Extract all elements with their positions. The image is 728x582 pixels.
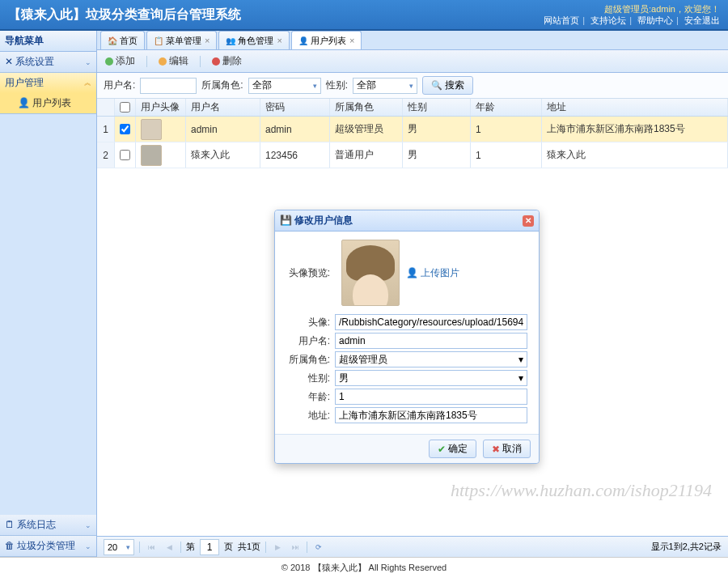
dialog-title-bar[interactable]: 💾 修改用户信息 ✕ — [275, 210, 539, 232]
chevron-down-icon: ▾ — [518, 372, 523, 384]
cancel-button[interactable]: ✖取消 — [483, 440, 531, 458]
cell-age: 1 — [471, 142, 542, 168]
home-icon: 🏠 — [108, 36, 117, 45]
add-button[interactable]: 添加 — [102, 53, 138, 70]
app-title: 【猿来入此】垃圾分类查询后台管理系统 — [8, 6, 241, 23]
row-number: 2 — [97, 142, 115, 168]
delete-button[interactable]: 删除 — [209, 53, 245, 70]
cell-sex: 男 — [403, 142, 471, 168]
page-size-combo[interactable]: 20▾ — [104, 539, 134, 555]
pager-last[interactable]: ⏭ — [289, 541, 302, 554]
page-prefix: 第 — [186, 541, 195, 553]
table-row[interactable]: 2 猿来入此 123456 普通用户 男 1 猿来入此 — [97, 142, 728, 168]
tab-menu-management[interactable]: 📋菜单管理× — [146, 31, 217, 49]
cell-username: 猿来入此 — [186, 142, 260, 168]
tab-role-management[interactable]: 👥角色管理× — [218, 31, 289, 49]
sidebar-item-garbage-category[interactable]: 🗑 垃圾分类管理 ⌄ — [0, 536, 96, 556]
row-checkbox[interactable] — [120, 124, 130, 134]
link-logout[interactable]: 安全退出 — [684, 15, 720, 25]
close-icon[interactable]: × — [277, 36, 281, 45]
username-field-label: 用户名: — [286, 334, 330, 348]
users-icon: 👥 — [226, 36, 235, 45]
col-address[interactable]: 地址 — [542, 99, 728, 116]
check-icon: ✔ — [438, 444, 446, 455]
address-input[interactable] — [335, 407, 527, 423]
col-password[interactable]: 密码 — [260, 99, 330, 116]
tab-user-list[interactable]: 👤用户列表× — [291, 31, 362, 49]
table-row[interactable]: 1 admin admin 超级管理员 男 1 上海市浦东新区浦东南路1835号 — [97, 117, 728, 142]
double-chevron-up-icon: ︽ — [84, 78, 91, 88]
cell-address: 猿来入此 — [542, 142, 728, 168]
cell-address: 上海市浦东新区浦东南路1835号 — [542, 117, 728, 142]
col-rownum — [97, 99, 115, 116]
chevron-down-icon: ⌄ — [85, 542, 91, 550]
cross-icon — [212, 57, 220, 66]
chevron-down-icon: ⌄ — [85, 58, 91, 66]
age-input[interactable] — [335, 389, 527, 405]
user-icon: 👤 — [18, 97, 30, 108]
chevron-down-icon: ▾ — [518, 354, 523, 365]
pager-summary: 显示1到2,共2记录 — [651, 541, 722, 553]
sex-label: 性别: — [326, 79, 348, 92]
username-label: 用户名: — [104, 79, 135, 92]
avatar-field-label: 头像: — [286, 316, 330, 329]
select-all-checkbox[interactable] — [120, 102, 130, 113]
cancel-icon: ✖ — [492, 444, 500, 455]
cell-password: admin — [260, 117, 330, 142]
sidebar-item-user-list[interactable]: 👤 用户列表 — [0, 93, 96, 113]
edit-button[interactable]: 编辑 — [155, 53, 192, 70]
pencil-icon — [159, 57, 167, 66]
row-checkbox[interactable] — [120, 150, 130, 160]
header-links: 网站首页| 支持论坛| 帮助中心| 安全退出 — [544, 15, 720, 26]
dialog-title: 修改用户信息 — [294, 215, 353, 226]
list-icon: 📋 — [154, 36, 163, 45]
role-combo[interactable]: 全部▾ — [248, 78, 321, 94]
avatar-thumb — [141, 119, 162, 140]
age-field-label: 年龄: — [286, 390, 330, 404]
sex-combo[interactable]: 全部▾ — [353, 78, 417, 94]
close-icon[interactable]: × — [205, 36, 210, 45]
cell-sex: 男 — [403, 117, 471, 142]
sidebar-item-system-settings[interactable]: ✕ 系统设置 ⌄ — [0, 52, 96, 72]
col-checkbox — [115, 99, 136, 116]
col-sex[interactable]: 性别 — [403, 99, 471, 116]
col-avatar[interactable]: 用户头像 — [136, 99, 186, 116]
upload-image-button[interactable]: 👤 上传图片 — [406, 266, 459, 280]
username-input[interactable] — [335, 333, 527, 349]
sidebar-item-system-log[interactable]: 🗒 系统日志 ⌄ — [0, 515, 96, 535]
search-icon: 🔍 — [431, 80, 442, 91]
tab-home[interactable]: 🏠首页 — [100, 31, 145, 49]
total-pages: 共1页 — [238, 541, 260, 553]
pager-first[interactable]: ⏮ — [145, 541, 158, 554]
col-age[interactable]: 年龄 — [471, 99, 542, 116]
tab-bar: 🏠首页 📋菜单管理× 👥角色管理× 👤用户列表× — [97, 31, 728, 50]
close-icon[interactable]: × — [349, 36, 354, 45]
chevron-down-icon: ⌄ — [85, 521, 91, 529]
ok-button[interactable]: ✔确定 — [429, 440, 476, 458]
avatar-input[interactable] — [335, 314, 527, 330]
role-combo[interactable]: 超级管理员▾ — [335, 351, 527, 367]
row-number: 1 — [97, 117, 115, 142]
link-home[interactable]: 网站首页 — [544, 15, 579, 25]
user-info: 超级管理员:admin，欢迎您！ — [544, 3, 720, 15]
cell-username: admin — [186, 117, 260, 142]
col-role[interactable]: 所属角色 — [330, 99, 403, 116]
sidebar-title: 导航菜单 — [0, 31, 96, 52]
avatar-preview-label: 头像预览: — [286, 266, 330, 280]
username-input[interactable] — [140, 78, 197, 94]
search-button[interactable]: 🔍搜索 — [422, 76, 473, 95]
pager-refresh[interactable]: ⟳ — [312, 541, 325, 554]
col-username[interactable]: 用户名 — [186, 99, 260, 116]
sidebar-item-user-management[interactable]: 用户管理 ︽ — [0, 73, 96, 93]
link-help[interactable]: 帮助中心 — [637, 15, 673, 25]
page-input[interactable] — [200, 539, 219, 555]
pager-prev[interactable]: ◀ — [163, 541, 176, 554]
sex-combo[interactable]: 男▾ — [335, 370, 527, 386]
upload-icon: 👤 — [406, 267, 418, 278]
user-icon: 👤 — [298, 36, 308, 45]
footer: © 2018 【猿来入此】 All Rights Reserved — [0, 557, 728, 578]
toolbar: 添加 编辑 删除 — [97, 50, 728, 73]
pager-next[interactable]: ▶ — [271, 541, 284, 554]
link-forum[interactable]: 支持论坛 — [590, 15, 626, 25]
dialog-close-button[interactable]: ✕ — [523, 215, 534, 227]
